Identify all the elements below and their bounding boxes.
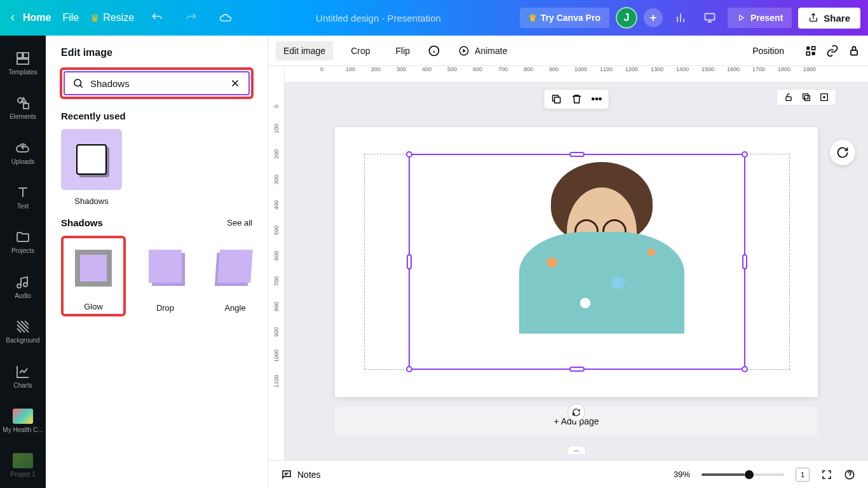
present-button[interactable]: Present [728, 8, 792, 28]
resize-handle-bl[interactable] [406, 366, 412, 372]
notes-button[interactable]: Notes [281, 469, 321, 480]
undo-button[interactable] [146, 6, 168, 29]
rail-background[interactable]: Background [0, 309, 46, 353]
resize-button[interactable]: ♛ Resize [90, 12, 134, 24]
share-label: Share [824, 13, 850, 24]
tool-animate[interactable]: Animate [451, 41, 515, 61]
rail-charts[interactable]: Charts [0, 354, 46, 398]
tool-crop[interactable]: Crop [343, 41, 377, 60]
trash-icon[interactable] [571, 93, 583, 105]
file-menu[interactable]: File [62, 12, 79, 24]
resize-handle-right[interactable] [742, 254, 747, 269]
try-pro-button[interactable]: ♛ Try Canva Pro [520, 8, 609, 28]
angle-thumb [205, 236, 266, 297]
resize-handle-top[interactable] [569, 152, 585, 157]
animate-icon [458, 45, 470, 57]
rail-app-project1[interactable]: Project 1 [0, 444, 46, 488]
shadow-option-glow[interactable]: Glow [66, 241, 121, 311]
tick: 600 [473, 66, 498, 82]
more-icon[interactable]: ••• [592, 93, 602, 105]
animate-label: Animate [475, 46, 507, 56]
svg-point-6 [74, 79, 81, 86]
search-input[interactable] [90, 78, 229, 89]
tick: 1600 [727, 66, 752, 82]
rail-label: Audio [15, 292, 31, 299]
shadows-section-header: Shadows See all [46, 217, 268, 236]
lock-icon[interactable] [848, 44, 860, 57]
recent-thumbs: Shadows [46, 129, 268, 217]
tool-edit-image[interactable]: Edit image [276, 41, 333, 60]
info-icon[interactable] [428, 44, 440, 57]
svg-rect-3 [17, 59, 29, 64]
cloud-sync-button[interactable] [214, 6, 237, 29]
shadow-option-drop[interactable]: Drop [135, 236, 196, 316]
unlock-icon[interactable] [783, 92, 794, 102]
help-icon[interactable] [844, 469, 855, 480]
add-page-icon[interactable] [819, 92, 829, 102]
resize-handle-tl[interactable] [406, 151, 412, 158]
duplicate-icon[interactable] [551, 93, 562, 105]
design-title[interactable]: Untitled design - Presentation [237, 13, 520, 24]
home-button[interactable]: Home [8, 12, 51, 24]
canvas-viewport[interactable]: ••• [285, 83, 868, 460]
horizontal-ruler: 0100200300400500600700800900100011001200… [285, 66, 868, 83]
tick: 200 [371, 66, 397, 82]
design-page[interactable] [335, 127, 818, 397]
duplicate-page-icon[interactable] [801, 92, 811, 102]
zoom-slider-knob[interactable] [745, 470, 754, 479]
present-options-button[interactable] [698, 6, 721, 29]
glow-highlight-frame: Glow [61, 236, 126, 316]
zoom-slider[interactable] [702, 473, 784, 476]
shadow-option-angle[interactable]: Angle [205, 236, 266, 316]
search-field-wrapper [64, 71, 250, 95]
see-all-link[interactable]: See all [227, 218, 252, 227]
recently-used-heading: Recently used [46, 111, 268, 129]
search-icon [72, 78, 84, 89]
rail-elements[interactable]: Elements [0, 85, 46, 130]
panel-title: Edit image [46, 36, 268, 67]
svg-rect-14 [555, 97, 560, 103]
selection-frame[interactable] [409, 154, 745, 370]
rail-audio[interactable]: Audio [0, 264, 46, 309]
svg-rect-1 [17, 53, 22, 58]
drop-thumb [135, 236, 196, 297]
zoom-value[interactable]: 39% [674, 470, 690, 479]
play-icon [736, 13, 745, 22]
redo-button[interactable] [180, 6, 203, 29]
link-icon[interactable] [826, 44, 839, 57]
svg-rect-16 [804, 95, 810, 100]
collapse-pages-tab[interactable]: ︿ [567, 445, 586, 454]
transparency-icon[interactable] [804, 44, 817, 57]
clear-search-icon[interactable] [229, 78, 241, 89]
add-member-button[interactable]: + [644, 8, 663, 27]
folder-icon [15, 229, 31, 245]
page-indicator[interactable]: 1 [796, 468, 810, 482]
rail-templates[interactable]: Templates [0, 41, 46, 85]
rail-text[interactable]: Text [0, 175, 46, 219]
rail-app-health[interactable]: My Health C... [0, 398, 46, 443]
resize-handle-left[interactable] [407, 254, 412, 269]
uploads-icon [15, 140, 31, 156]
canvas-main: 0100200300400500600700800900100011001200… [285, 66, 868, 460]
resize-handle-br[interactable] [742, 366, 748, 372]
user-avatar[interactable]: J [616, 7, 637, 29]
rail-projects[interactable]: Projects [0, 220, 46, 264]
tick: 300 [397, 66, 422, 82]
thumb-label: Angle [224, 303, 245, 313]
tool-position[interactable]: Position [752, 46, 784, 56]
svg-rect-9 [806, 46, 810, 50]
tool-flip[interactable]: Flip [388, 41, 418, 60]
rail-uploads[interactable]: Uploads [0, 130, 46, 175]
rotate-handle[interactable] [567, 403, 585, 421]
magic-recommend-button[interactable] [830, 140, 855, 165]
topbar-right: ♛ Try Canva Pro J + Present Share [520, 6, 860, 29]
fullscreen-icon[interactable] [821, 469, 832, 480]
resize-handle-bottom[interactable] [569, 367, 585, 372]
recent-shadows-item[interactable]: Shadows [61, 129, 122, 206]
tick: 1000 [574, 66, 600, 82]
home-label: Home [23, 12, 51, 24]
insights-button[interactable] [669, 6, 692, 29]
tick: 1200 [625, 66, 651, 82]
share-button[interactable]: Share [798, 8, 860, 29]
resize-handle-tr[interactable] [742, 151, 748, 158]
